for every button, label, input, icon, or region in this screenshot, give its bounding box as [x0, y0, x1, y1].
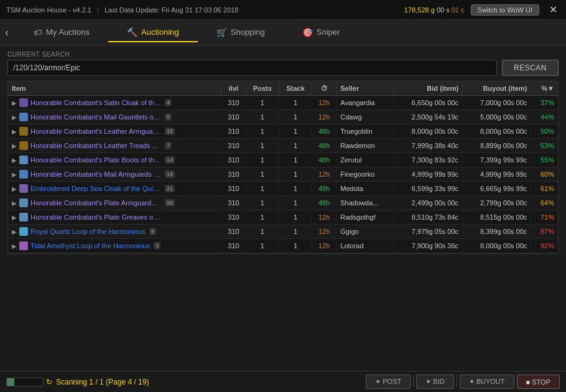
- tab-auctioning-label: Auctioning: [141, 27, 179, 37]
- app-title: TSM Auction House: [6, 6, 67, 14]
- posts-cell: 1: [246, 139, 279, 153]
- table-row[interactable]: ▶Embroidered Deep Sea Cloak of the Quick…: [8, 182, 558, 196]
- timer-cell: 12h: [312, 110, 336, 124]
- switch-to-wow-button[interactable]: Switch to WoW UI: [471, 4, 539, 16]
- seller-cell: Cdawg: [336, 110, 394, 124]
- expand-arrow-icon[interactable]: ▶: [12, 128, 17, 135]
- buyout-cell: 6,665g 99s 99c: [463, 182, 531, 196]
- table-row[interactable]: ▶Honorable Combatant's Leather Armguards…: [8, 124, 558, 139]
- buyout-cell: 7,000g 00s 00c: [463, 96, 531, 110]
- expand-arrow-icon[interactable]: ▶: [12, 157, 17, 164]
- progress-bar: [6, 378, 44, 386]
- posts-cell: 1: [246, 167, 279, 182]
- item-badge: 21: [165, 185, 175, 192]
- item-badge: 4: [165, 99, 172, 106]
- table-row[interactable]: ▶Honorable Combatant's Satin Cloak of th…: [8, 96, 558, 110]
- table-row[interactable]: ▶Honorable Combatant's Mail Armguards of…: [8, 167, 558, 182]
- expand-arrow-icon[interactable]: ▶: [12, 200, 17, 207]
- back-button[interactable]: ‹: [5, 26, 9, 39]
- item-badge: 19: [165, 170, 175, 178]
- item-name: Honorable Combatant's Plate Armguards of…: [30, 199, 161, 207]
- col-buyout: Buyout (item): [463, 82, 531, 96]
- expand-arrow-icon[interactable]: ▶: [12, 185, 17, 192]
- posts-cell: 1: [246, 196, 279, 210]
- ilvl-cell: 310: [221, 196, 246, 210]
- ilvl-cell: 310: [221, 153, 246, 167]
- tab-auctioning[interactable]: 🔨 Auctioning: [108, 24, 198, 42]
- item-icon: [19, 98, 28, 107]
- tab-shopping[interactable]: 🛒 Shopping: [198, 24, 284, 42]
- buyout-cell: 4,999g 99s 99c: [463, 167, 531, 182]
- stack-cell: 1: [279, 210, 312, 225]
- item-icon: [19, 127, 28, 136]
- expand-arrow-icon[interactable]: ▶: [12, 100, 17, 106]
- silver-amount: 00: [437, 6, 444, 14]
- expand-arrow-icon[interactable]: ▶: [12, 142, 17, 149]
- item-badge: 7: [165, 142, 172, 149]
- item-name: Royal Quartz Loop of the Harmonious: [30, 228, 146, 235]
- timer-cell: 12h: [312, 225, 336, 239]
- timer-cell: 12h: [312, 96, 336, 110]
- expand-arrow-icon[interactable]: ▶: [12, 243, 17, 250]
- bid-cell: 6,599g 33s 99c: [394, 182, 462, 196]
- item-name: Honorable Combatant's Plate Greaves of t…: [30, 213, 161, 221]
- col-bid: Bid (item): [394, 82, 462, 96]
- item-badge: 15: [165, 128, 175, 135]
- col-posts: Posts: [246, 82, 279, 96]
- buyout-button[interactable]: ✦ BUYOUT: [460, 375, 514, 389]
- seller-cell: Avangardia: [336, 96, 394, 110]
- table-row[interactable]: ▶Honorable Combatant's Plate Armguards o…: [8, 196, 558, 210]
- close-button[interactable]: ✕: [547, 4, 560, 16]
- timer-cell: 12h: [312, 167, 336, 182]
- item-icon: [19, 113, 28, 121]
- expand-arrow-icon[interactable]: ▶: [12, 114, 17, 121]
- expand-arrow-icon[interactable]: ▶: [12, 171, 17, 178]
- ilvl-cell: 310: [221, 239, 246, 253]
- table-row[interactable]: ▶Tidal Amethyst Loop of the Harmonious33…: [8, 239, 558, 253]
- table-row[interactable]: ▶Royal Quartz Loop of the Harmonious9310…: [8, 225, 558, 239]
- search-label: CURRENT SEARCH: [7, 51, 559, 58]
- col-ilvl: ilvl: [221, 82, 246, 96]
- post-button[interactable]: ✦ POST: [366, 375, 411, 389]
- seller-cell: Truegoblin: [336, 124, 394, 139]
- stop-button[interactable]: ■ STOP: [517, 375, 560, 389]
- bottom-bar: ↻ Scanning 1 / 1 (Page 4 / 19) ✦ POST ✦ …: [0, 371, 566, 392]
- expand-arrow-icon[interactable]: ▶: [12, 214, 17, 221]
- table-row[interactable]: ▶Honorable Combatant's Mail Gauntlets of…: [8, 110, 558, 124]
- item-icon: [19, 213, 28, 222]
- seller-cell: Lotorad: [336, 239, 394, 253]
- item-badge: 14: [165, 156, 175, 164]
- item-badge: 3: [154, 242, 160, 250]
- ilvl-cell: 310: [221, 110, 246, 124]
- seller-cell: Ggigo: [336, 225, 394, 239]
- search-input[interactable]: [7, 60, 497, 76]
- tab-sniper[interactable]: 🎯 Sniper: [284, 24, 359, 42]
- table-row[interactable]: ▶Honorable Combatant's Plate Greaves of …: [8, 210, 558, 225]
- bid-cell: 7,999g 38s 40c: [394, 139, 462, 153]
- table-row[interactable]: ▶Honorable Combatant's Plate Boots of th…: [8, 153, 558, 167]
- ilvl-cell: 310: [221, 210, 246, 225]
- item-cell: ▶Embroidered Deep Sea Cloak of the Quick…: [12, 184, 192, 193]
- rescan-button[interactable]: RESCAN: [502, 60, 559, 76]
- sniper-icon: 🎯: [302, 27, 313, 37]
- posts-cell: 1: [246, 182, 279, 196]
- last-update: Last Data Update: Fri Aug 31 17:03:06 20…: [104, 6, 238, 14]
- bid-cell: 7,300g 83s 92c: [394, 153, 462, 167]
- buyout-cell: 8,399g 00s 00c: [463, 225, 531, 239]
- pct-cell: 92%: [531, 239, 558, 253]
- bid-button[interactable]: ✦ BID: [416, 375, 453, 389]
- posts-cell: 1: [246, 96, 279, 110]
- expand-arrow-icon[interactable]: ▶: [12, 228, 17, 235]
- timer-cell: 48h: [312, 139, 336, 153]
- pct-cell: 55%: [531, 153, 558, 167]
- tab-my-auctions[interactable]: 🏷 My Auctions: [15, 24, 108, 42]
- item-name: Embroidered Deep Sea Cloak of the Quickb…: [30, 185, 161, 192]
- item-cell: ▶Honorable Combatant's Leather Armguards…: [12, 127, 192, 136]
- item-icon: [19, 141, 28, 150]
- btn-divider-1: [413, 375, 414, 387]
- titlebar: TSM Auction House - v4.2.1 | Last Data U…: [0, 0, 566, 20]
- item-icon: [19, 198, 28, 207]
- posts-cell: 1: [246, 225, 279, 239]
- item-name: Honorable Combatant's Leather Treads of …: [30, 142, 161, 149]
- table-row[interactable]: ▶Honorable Combatant's Leather Treads of…: [8, 139, 558, 153]
